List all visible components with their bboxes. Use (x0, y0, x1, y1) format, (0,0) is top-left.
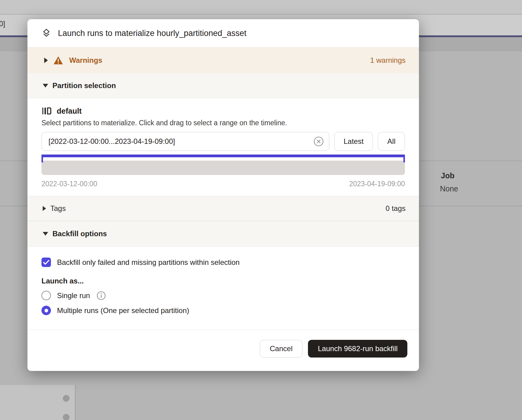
partition-selection-title: Partition selection (52, 81, 116, 90)
dialog-footer: Cancel Launch 9682-run backfill (27, 330, 419, 371)
single-run-label: Single run (57, 291, 90, 300)
tags-title: Tags (50, 204, 66, 213)
checkbox-checked-icon[interactable] (41, 258, 51, 267)
partition-dimension-row: default (41, 106, 405, 116)
timeline-date-labels: 2022-03-12-00:00 2023-04-19-09:00 (41, 180, 405, 188)
info-icon[interactable] (97, 291, 106, 300)
selected-range-bar[interactable] (41, 155, 405, 157)
backfill-only-failed-checkbox-row[interactable]: Backfill only failed and missing partiti… (41, 258, 405, 267)
timeline-start-label: 2022-03-12-00:00 (41, 180, 97, 188)
partition-selection-header[interactable]: Partition selection (27, 73, 419, 98)
clear-range-icon[interactable] (313, 136, 324, 147)
background-status-dot (63, 414, 70, 420)
cancel-button[interactable]: Cancel (260, 340, 303, 358)
partition-dimension-name: default (57, 107, 82, 116)
partition-selection-body: default Select partitions to materialize… (27, 98, 419, 196)
chevron-right-icon (43, 206, 46, 211)
background-clipped-text: 0] (0, 20, 5, 28)
partition-range-controls: Latest All (41, 132, 405, 151)
warning-triangle-icon (53, 56, 63, 65)
warnings-label: Warnings (69, 56, 102, 65)
backfill-options-title: Backfill options (52, 230, 107, 238)
multiple-runs-label: Multiple runs (One per selected partitio… (57, 306, 189, 315)
backfill-only-failed-label: Backfill only failed and missing partiti… (57, 258, 240, 267)
multiple-runs-radio-row[interactable]: Multiple runs (One per selected partitio… (41, 306, 405, 315)
dialog-title: Launch runs to materialize hourly_partit… (58, 29, 246, 38)
radio-selected-icon[interactable] (41, 306, 51, 315)
chevron-down-icon (43, 232, 48, 236)
all-button[interactable]: All (378, 132, 405, 151)
warnings-count: 1 warnings (370, 56, 406, 65)
partition-range-input[interactable] (41, 132, 329, 151)
partition-set-icon (41, 106, 52, 116)
partition-health-timeline[interactable] (41, 161, 405, 175)
background-job-column-label: Job (441, 171, 454, 180)
single-run-radio-row[interactable]: Single run (41, 291, 405, 300)
launch-backfill-dialog: Launch runs to materialize hourly_partit… (27, 19, 419, 371)
backfill-options-body: Backfill only failed and missing partiti… (27, 247, 419, 330)
tags-count: 0 tags (386, 204, 406, 213)
launch-backfill-button[interactable]: Launch 9682-run backfill (308, 340, 407, 358)
warnings-section-header[interactable]: Warnings 1 warnings (27, 47, 419, 73)
dialog-header: Launch runs to materialize hourly_partit… (27, 19, 419, 47)
launch-as-label: Launch as... (41, 277, 405, 285)
backfill-options-header[interactable]: Backfill options (27, 221, 419, 247)
partition-selection-description: Select partitions to materialize. Click … (41, 119, 405, 127)
timeline-end-label: 2023-04-19-09:00 (349, 180, 405, 188)
chevron-right-icon (44, 58, 48, 63)
background-status-dot (63, 395, 70, 402)
tags-section-header[interactable]: Tags 0 tags (27, 196, 419, 221)
chevron-down-icon (43, 84, 48, 87)
background-job-column-value: None (440, 184, 458, 193)
radio-unselected-icon[interactable] (41, 291, 51, 300)
latest-button[interactable]: Latest (334, 132, 373, 151)
background-toolbar (0, 0, 522, 14)
asset-layers-icon (41, 28, 51, 38)
